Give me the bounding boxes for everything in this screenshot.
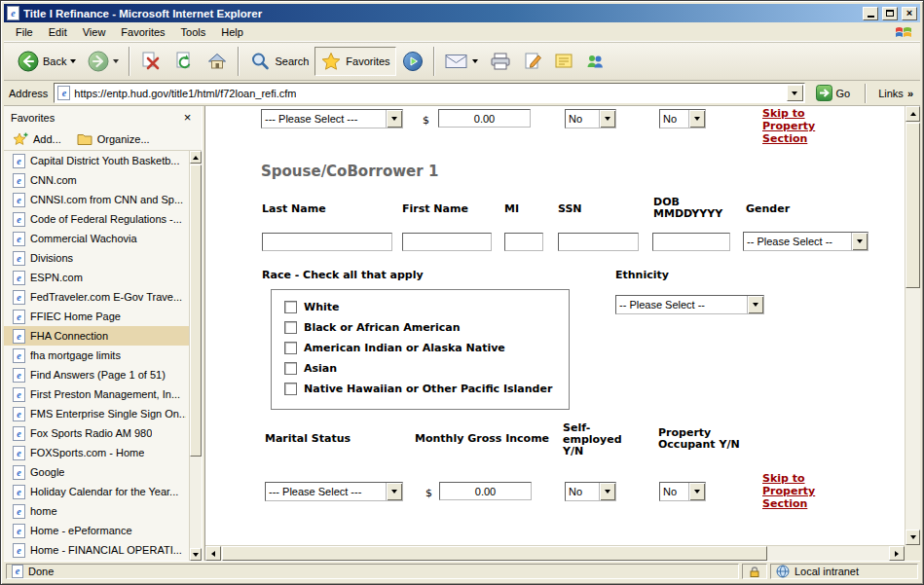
back-button[interactable]: Back: [12, 47, 82, 76]
scrollbar-thumb[interactable]: [906, 123, 920, 288]
ethnicity-select[interactable]: -- Please Select --: [615, 295, 764, 314]
menu-help[interactable]: Help: [213, 24, 251, 40]
scroll-left-button[interactable]: [205, 546, 221, 561]
back-dropdown-icon[interactable]: [70, 59, 76, 63]
favorite-item[interactable]: Find Answers (Page 1 of 51): [4, 365, 202, 384]
menu-file[interactable]: File: [8, 24, 41, 40]
race-checkbox[interactable]: [284, 383, 297, 395]
menu-favorites[interactable]: Favorites: [113, 24, 172, 40]
content-horizontal-scrollbar[interactable]: [205, 545, 905, 561]
forward-button[interactable]: [82, 47, 125, 76]
dob-input[interactable]: [652, 233, 730, 251]
organize-favorites-button[interactable]: Organize...: [77, 133, 150, 146]
race-option-pacific-islander[interactable]: Native Hawaiian or Other Pacific Islande…: [284, 383, 569, 395]
scroll-down-button[interactable]: [906, 530, 920, 545]
chevron-down-icon[interactable]: [747, 296, 763, 313]
chevron-down-icon[interactable]: [386, 483, 402, 500]
spouse-income-input[interactable]: [439, 482, 532, 500]
favorite-item[interactable]: Holiday Calendar for the Year...: [4, 482, 202, 501]
mail-dropdown-icon[interactable]: [472, 59, 478, 63]
spouse-occupant-select[interactable]: No: [659, 482, 706, 501]
marital-status-select[interactable]: --- Please Select ---: [265, 482, 403, 501]
menu-tools[interactable]: Tools: [173, 24, 214, 40]
chevron-down-icon[interactable]: [386, 110, 402, 128]
favorite-item[interactable]: Commercial Wachovia: [4, 229, 202, 248]
stop-button[interactable]: [134, 47, 167, 76]
forward-dropdown-icon[interactable]: [113, 59, 119, 63]
home-button[interactable]: [201, 47, 234, 76]
messenger-button[interactable]: [579, 48, 610, 75]
chevron-down-icon[interactable]: [599, 110, 615, 128]
mail-button[interactable]: [439, 49, 484, 74]
chevron-down-icon[interactable]: [851, 233, 868, 250]
close-icon[interactable]: ×: [180, 110, 195, 125]
favorite-item[interactable]: Divisions: [4, 248, 202, 268]
favorite-item[interactable]: CNN.com: [4, 170, 202, 190]
sidebar-scrollbar[interactable]: [189, 151, 202, 561]
favorite-item[interactable]: Capital District Youth Basketb...: [4, 151, 202, 170]
favorite-item[interactable]: CNNSI.com from CNN and Sp...: [4, 190, 202, 209]
maximize-button[interactable]: [882, 7, 898, 20]
race-checkbox[interactable]: [284, 342, 297, 354]
print-button[interactable]: [484, 48, 517, 75]
race-option-black[interactable]: Black or African American: [284, 321, 569, 334]
skip-to-property-link[interactable]: Skip to Property Section: [762, 107, 825, 145]
favorites-button[interactable]: Favorites: [314, 47, 395, 76]
close-button[interactable]: ×: [902, 7, 917, 20]
address-input[interactable]: https://entp.hud.gov/title1/html/f72loan…: [54, 83, 804, 103]
scrollbar-thumb[interactable]: [190, 165, 202, 457]
chevron-down-icon[interactable]: [688, 483, 705, 500]
gender-select[interactable]: -- Please Select --: [743, 232, 869, 251]
race-checkbox[interactable]: [284, 301, 297, 313]
race-checkbox[interactable]: [284, 321, 297, 334]
scroll-up-button[interactable]: [906, 106, 920, 122]
borrower-self-employed-select[interactable]: No: [565, 109, 616, 128]
first-name-input[interactable]: [402, 233, 492, 251]
favorite-item[interactable]: Home - FINANCIAL OPERATI...: [4, 540, 202, 560]
scrollbar-thumb[interactable]: [222, 546, 767, 561]
scroll-up-button[interactable]: [190, 151, 202, 164]
menu-view[interactable]: View: [75, 24, 114, 40]
edit-button[interactable]: [517, 48, 548, 75]
chevron-down-icon[interactable]: [688, 110, 705, 128]
skip-to-property-link[interactable]: Skip to Property Section: [762, 472, 825, 510]
media-button[interactable]: [396, 47, 429, 76]
go-button[interactable]: Go: [811, 83, 856, 103]
race-option-white[interactable]: White: [284, 301, 569, 313]
scroll-down-button[interactable]: [190, 548, 202, 561]
refresh-button[interactable]: [167, 47, 201, 76]
favorite-item[interactable]: home: [4, 501, 202, 521]
race-option-asian[interactable]: Asian: [284, 362, 569, 375]
favorite-item[interactable]: FMS Enterprise Single Sign On...: [4, 404, 202, 423]
favorite-item[interactable]: FFIEC Home Page: [4, 307, 202, 326]
favorite-item[interactable]: Fox Sports Radio AM 980: [4, 423, 202, 443]
content-vertical-scrollbar[interactable]: [905, 106, 920, 545]
favorite-item[interactable]: fha mortgage limits: [4, 346, 202, 365]
favorite-item[interactable]: Google: [4, 462, 202, 482]
links-button[interactable]: Links »: [876, 88, 915, 99]
borrower-income-input[interactable]: [438, 109, 531, 128]
mi-input[interactable]: [504, 233, 543, 251]
scroll-right-button[interactable]: [889, 546, 905, 561]
favorite-item[interactable]: First Preston Management, In...: [4, 384, 202, 404]
last-name-input[interactable]: [262, 233, 392, 251]
ssn-input[interactable]: [558, 233, 639, 251]
minimize-button[interactable]: [863, 7, 878, 20]
borrower-select[interactable]: --- Please Select ---: [261, 109, 403, 128]
borrower-occupant-select[interactable]: No: [659, 109, 706, 128]
chevron-down-icon[interactable]: [599, 483, 615, 500]
discuss-button[interactable]: [548, 48, 579, 75]
race-checkbox[interactable]: [284, 362, 297, 375]
menu-edit[interactable]: Edit: [41, 24, 75, 40]
favorite-item[interactable]: FOXSports.com - Home: [4, 443, 202, 462]
favorite-item[interactable]: Code of Federal Regulations -...: [4, 209, 202, 229]
address-dropdown-button[interactable]: [787, 85, 803, 101]
favorite-item[interactable]: Home - ePeformance: [4, 521, 202, 540]
spouse-self-employed-select[interactable]: No: [565, 482, 616, 501]
add-favorite-button[interactable]: Add...: [13, 132, 61, 146]
favorite-item-selected[interactable]: FHA Connection: [4, 326, 202, 346]
favorite-item[interactable]: FedTraveler.com E-Gov Trave...: [4, 287, 202, 307]
race-option-native-american[interactable]: American Indian or Alaska Native: [284, 342, 569, 354]
favorite-item[interactable]: ESPN.com: [4, 268, 202, 287]
search-button[interactable]: Search: [243, 47, 314, 76]
